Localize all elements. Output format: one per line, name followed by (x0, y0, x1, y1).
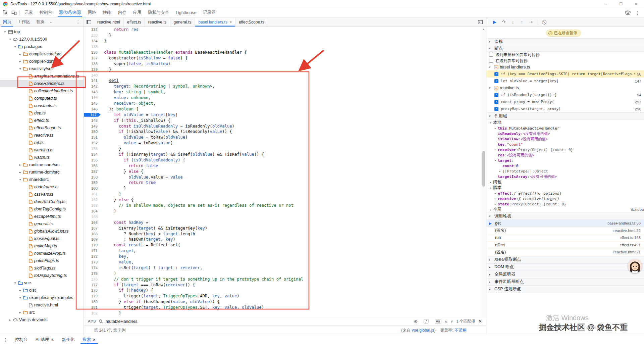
tree-item-runtime-core/src[interactable]: ▸runtime-core/src (0, 161, 84, 168)
tree-item-Vue.js devtools[interactable]: ▸Vue.js devtools (0, 316, 84, 324)
line-number[interactable]: 135 (84, 45, 101, 49)
line-number[interactable]: 153 (84, 147, 101, 151)
sidebar-tab-工作区[interactable]: 工作区 (14, 17, 33, 27)
tree-item-constants.ts[interactable]: constants.ts (0, 102, 84, 109)
chevron-down-icon[interactable]: ▾ (18, 296, 22, 299)
tree-item-watch.ts[interactable]: watch.ts (0, 154, 84, 161)
chevron-down-icon[interactable]: ▾ (13, 281, 17, 285)
editor-tab-effectScope.ts[interactable]: effectScope.ts (235, 17, 268, 27)
tree-item-domTagConfig.ts[interactable]: domTagConfig.ts (0, 205, 84, 213)
tree-item-patchFlags.ts[interactable]: patchFlags.ts (0, 257, 84, 264)
tree-item-reactivity/src[interactable]: ▾reactivity/src (0, 65, 84, 72)
scope-section-脚本[interactable]: ▾脚本 (486, 185, 644, 191)
chevron-right-icon[interactable]: ▸ (499, 169, 502, 173)
editor-tab-reactive.ts[interactable]: reactive.ts (145, 17, 170, 27)
tree-item-reactive.html[interactable]: reactive.html (0, 301, 84, 309)
tree-item-domAttrConfig.ts[interactable]: domAttrConfig.ts (0, 198, 84, 205)
tab-内存[interactable]: 内存 (114, 8, 129, 17)
breakpoint-entry[interactable]: proxyMap.set(target, proxy)296 (486, 105, 644, 112)
drawer-tab-搜索[interactable]: 搜索✕ (78, 335, 100, 344)
chevron-right-icon[interactable]: ▸ (494, 127, 498, 130)
section-CSP 违规断点[interactable]: ▸CSP 违规断点 (486, 286, 644, 293)
drawer-tab-新变化[interactable]: 新变化 (58, 335, 78, 344)
breakpoint-entry[interactable]: if (key === ReactiveFlags.SKIP) return t… (486, 70, 644, 78)
tree-item-127.0.0.1:5500[interactable]: ▾127.0.0.1:5500 (0, 36, 84, 43)
chevron-right-icon[interactable]: ▸ (494, 192, 498, 195)
previous-match-icon[interactable]: ∧ (445, 320, 447, 323)
editor-tab-effect.ts[interactable]: effect.ts (124, 17, 145, 27)
tree-item-makeMap.ts[interactable]: makeMap.ts (0, 242, 84, 250)
section-breakpoints[interactable]: ▾断点 (486, 45, 644, 52)
device-toolbar-icon[interactable] (11, 10, 17, 15)
line-number[interactable]: 170 (84, 243, 101, 247)
editor-overflow-icon[interactable] (478, 17, 486, 27)
tree-item-dep.ts[interactable]: dep.ts (0, 109, 84, 117)
chevron-down-icon[interactable]: ▾ (3, 30, 7, 34)
line-number[interactable]: 180 (84, 300, 101, 304)
breakpoint-file-group-baseHandlers.ts[interactable]: ▾‹›baseHandlers.ts (486, 64, 644, 70)
line-number[interactable]: 136 (84, 50, 101, 54)
breakpoint-file-group-reactive.ts[interactable]: ▾‹›reactive.ts (486, 85, 644, 91)
scope-section-闭包[interactable]: ▸闭包 (486, 179, 644, 185)
editor-tab-reactive.html[interactable]: reactive.html (94, 17, 124, 27)
line-number[interactable]: 133 (84, 33, 101, 37)
call-stack-frame-run[interactable]: runeffect.ts:168 (486, 234, 644, 242)
line-number[interactable]: 142 (84, 84, 101, 88)
editor-scrollbar[interactable]: ▲ (481, 27, 486, 317)
window-minimize-button[interactable]: ─ (598, 0, 613, 8)
line-number[interactable]: 159 (84, 181, 101, 185)
navigator-toggle-icon[interactable] (84, 17, 94, 27)
tree-item-top[interactable]: ▾top (0, 28, 84, 36)
breakpoint-checkbox[interactable] (494, 93, 498, 97)
line-number[interactable]: 161 (84, 192, 101, 196)
tree-item-vue[interactable]: ▾vue (0, 279, 84, 287)
tree-item-computed.ts[interactable]: computed.ts (0, 95, 84, 102)
breakpoint-checkbox[interactable] (494, 79, 498, 83)
tree-item-shared/src[interactable]: ▾shared/src (0, 176, 84, 183)
tab-隐私与安全[interactable]: 隐私与安全 (145, 8, 172, 17)
devtools-menu-kebab-icon[interactable]: ⋮ (635, 10, 640, 15)
breakpoint-entry[interactable]: let oldValue = target[key]147 (486, 78, 644, 85)
pause-uncaught-checkbox[interactable] (489, 53, 493, 57)
call-stack-frame-get[interactable]: ▶getbaseHandlers.ts:56 (486, 220, 644, 227)
scope-section-本地[interactable]: ▾本地 (486, 120, 644, 126)
line-number[interactable]: 175 (84, 272, 101, 276)
clear-search-icon[interactable]: ⊗ (414, 319, 418, 324)
line-number[interactable]: 172 (84, 254, 101, 258)
line-number[interactable]: 182 (84, 311, 101, 315)
breakpoint-entry[interactable]: if (isReadonly(target)) {94 (486, 91, 644, 98)
inspect-element-icon[interactable] (3, 10, 8, 15)
chevron-right-icon[interactable]: ▸ (494, 202, 498, 206)
line-number[interactable]: 148 (84, 118, 101, 122)
close-find-bar-icon[interactable]: ✕ (478, 319, 482, 324)
scope-entry[interactable]: ▸this: MutableReactiveHandler (486, 126, 644, 131)
chevron-right-icon[interactable]: ▸ (18, 289, 22, 292)
line-number[interactable]: 144 (84, 96, 101, 100)
tab-源代码/来源[interactable]: 源代码/来源 (56, 8, 85, 17)
line-number[interactable]: 140 (84, 73, 101, 77)
chevron-right-icon[interactable]: ▸ (18, 170, 22, 174)
deactivate-breakpoints-button[interactable]: ⃠ (542, 19, 548, 25)
line-number[interactable]: 154 (84, 152, 101, 156)
line-number[interactable]: 150 (84, 130, 101, 134)
section-call-stack[interactable]: ▾调用堆栈 (486, 212, 644, 220)
chevron-right-icon[interactable]: ▸ (490, 208, 493, 211)
tree-item-collectionHandlers.ts[interactable]: collectionHandlers.ts (0, 87, 84, 95)
close-tab-icon[interactable]: × (229, 20, 232, 24)
line-number[interactable]: 164 (84, 209, 101, 213)
pause-caught-checkbox[interactable] (489, 59, 493, 63)
call-stack-frame-effect[interactable]: effecteffect.ts:491 (486, 242, 644, 249)
avatar[interactable] (628, 259, 642, 273)
chevron-right-icon[interactable]: ▸ (18, 163, 22, 166)
execution-line-number[interactable]: 147 (84, 113, 101, 117)
line-number[interactable]: 138 (84, 62, 101, 66)
call-stack-frame-(匿名)[interactable]: (匿名)reactive.html:21 (486, 249, 644, 256)
tab-元素[interactable]: 元素 (21, 8, 36, 17)
call-stack-frame-(匿名)[interactable]: (匿名)reactive.html:22 (486, 227, 644, 235)
section-全局监听器[interactable]: ▸全局监听器 (486, 271, 644, 278)
chevron-down-icon[interactable]: ▾ (490, 121, 493, 125)
tab-应用[interactable]: 应用 (129, 8, 145, 17)
line-number[interactable]: 165 (84, 215, 101, 219)
close-drawer-tab-icon[interactable]: ✕ (93, 337, 96, 342)
tree-item-src[interactable]: ▸src (0, 309, 84, 316)
